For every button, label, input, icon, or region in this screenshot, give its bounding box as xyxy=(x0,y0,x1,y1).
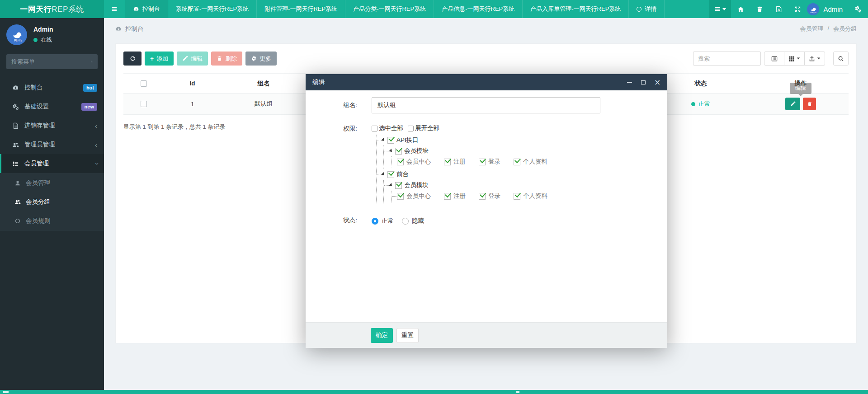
refresh-button[interactable] xyxy=(123,52,142,66)
avatar[interactable] xyxy=(6,24,27,45)
header-name[interactable]: 组名 xyxy=(221,80,307,88)
sidebar-item-inventory[interactable]: 进销存管理 ‹ xyxy=(0,116,104,135)
expand-all-checkbox[interactable] xyxy=(408,126,414,131)
refresh-icon xyxy=(130,56,136,61)
tab-attachment[interactable]: 附件管理-一网天行REP系统 xyxy=(256,0,345,18)
check-all-option[interactable]: 选中全部 xyxy=(372,124,403,132)
tree-node[interactable]: 会员模块 xyxy=(389,180,561,191)
minimize-icon[interactable] xyxy=(626,79,632,85)
sidebar-item-member-manage[interactable]: 会员管理 ‹ xyxy=(0,154,104,173)
view-button-group xyxy=(764,52,825,66)
tree-node[interactable]: 前台 xyxy=(382,169,561,180)
home-button[interactable] xyxy=(731,0,750,18)
select-all-checkbox[interactable] xyxy=(141,80,147,87)
reset-button[interactable]: 重置 xyxy=(396,328,419,343)
table-search-input[interactable] xyxy=(693,52,761,66)
add-button[interactable]: +添加 xyxy=(145,52,174,66)
status-option-hidden[interactable]: 隐藏 xyxy=(402,217,424,225)
breadcrumb-current: 会员分组 xyxy=(833,25,857,33)
settings-button[interactable] xyxy=(848,0,868,18)
cell-name: 默认组 xyxy=(221,100,307,108)
tree-checkbox[interactable] xyxy=(444,159,451,165)
list-alt-icon xyxy=(771,56,778,62)
sidebar: Admin 在线 控制台 hot 基础设置 new 进销存管理 ‹ 管理员管理 … xyxy=(0,18,104,394)
detail-view-button[interactable] xyxy=(764,52,784,66)
header-id[interactable]: Id xyxy=(164,80,221,87)
check-all-checkbox[interactable] xyxy=(372,126,377,131)
tab-product-inbound[interactable]: 产品入库单管理-一网天行REP系统 xyxy=(522,0,628,18)
expand-all-option[interactable]: 展开全部 xyxy=(408,124,439,132)
breadcrumb-parent[interactable]: 会员管理 xyxy=(800,25,823,33)
radio-checked-icon[interactable] xyxy=(372,218,378,225)
tree-node[interactable]: 会员模块 xyxy=(389,145,561,156)
tree-leaf[interactable]: 注册 xyxy=(444,158,466,166)
tabs-dropdown-button[interactable] xyxy=(709,0,731,18)
ok-button[interactable]: 确定 xyxy=(371,328,393,343)
tree-checkbox[interactable] xyxy=(395,182,402,189)
sidebar-subitem-member-group[interactable]: 会员分组 xyxy=(0,192,104,211)
sidebar-item-base-settings[interactable]: 基础设置 new xyxy=(0,97,104,116)
dashboard-icon xyxy=(115,26,122,32)
tree-checkbox[interactable] xyxy=(479,193,486,200)
tab-product-category[interactable]: 产品分类-一网天行REP系统 xyxy=(345,0,434,18)
sidebar-item-admin-manage[interactable]: 管理员管理 ‹ xyxy=(0,135,104,154)
row-delete-button[interactable] xyxy=(803,98,816,110)
delete-button[interactable]: 删除 xyxy=(211,52,242,66)
tree-leaf[interactable]: 个人资料 xyxy=(514,158,547,166)
sidebar-toggle-button[interactable] xyxy=(104,0,125,18)
menu-search-input[interactable] xyxy=(11,58,91,65)
search-icon xyxy=(838,56,844,62)
group-name-input[interactable] xyxy=(372,97,600,113)
more-button[interactable]: 更多 xyxy=(245,52,277,66)
tab-system-config[interactable]: 系统配置-一网天行REP系统 xyxy=(168,0,256,18)
clear-cache-button[interactable] xyxy=(750,0,769,18)
tree-leaf[interactable]: 个人资料 xyxy=(514,192,547,200)
tree-checkbox[interactable] xyxy=(397,193,404,200)
maximize-icon[interactable] xyxy=(640,79,646,85)
brand-bold: 一网天行 xyxy=(20,4,52,14)
tree-leaf[interactable]: 会员中心 xyxy=(397,158,431,166)
row-checkbox[interactable] xyxy=(141,101,147,107)
columns-button[interactable] xyxy=(784,52,805,66)
navbar-avatar[interactable] xyxy=(807,3,819,15)
tree-collapse-icon[interactable] xyxy=(381,172,386,177)
tree-node[interactable]: API接口 xyxy=(382,135,561,145)
tree-checkbox[interactable] xyxy=(444,193,451,200)
tree-checkbox[interactable] xyxy=(397,159,404,165)
tab-dashboard[interactable]: 控制台 xyxy=(125,0,168,18)
tree-collapse-icon[interactable] xyxy=(389,149,393,153)
sidebar-subitem-member[interactable]: 会员管理 xyxy=(0,174,104,192)
app-logo[interactable]: 一网天行REP系统 xyxy=(0,0,104,18)
expand-icon xyxy=(794,6,801,13)
tree-checkbox[interactable] xyxy=(395,148,402,155)
sidebar-username: Admin xyxy=(33,26,53,33)
row-edit-button[interactable] xyxy=(785,98,800,110)
fullscreen-button[interactable] xyxy=(788,0,807,18)
tree-checkbox[interactable] xyxy=(514,193,520,200)
tree-checkbox[interactable] xyxy=(514,159,520,165)
tree-checkbox[interactable] xyxy=(479,159,486,165)
edit-button[interactable]: 编辑 xyxy=(177,52,208,66)
tree-leaf[interactable]: 会员中心 xyxy=(397,192,431,200)
export-button[interactable] xyxy=(805,52,825,66)
tree-collapse-icon[interactable] xyxy=(389,183,393,188)
sidebar-item-dashboard[interactable]: 控制台 hot xyxy=(0,78,104,97)
language-button[interactable] xyxy=(769,0,788,18)
tree-leaf[interactable]: 登录 xyxy=(479,192,500,200)
tree-collapse-icon[interactable] xyxy=(381,138,386,142)
tab-product-info[interactable]: 产品信息-一网天行REP系统 xyxy=(434,0,522,18)
close-icon[interactable]: × xyxy=(654,79,660,85)
status-option-normal[interactable]: 正常 xyxy=(372,217,394,225)
tree-leaf[interactable]: 注册 xyxy=(444,192,466,200)
tree-checkbox[interactable] xyxy=(387,171,394,178)
open-tabs: 控制台 系统配置-一网天行REP系统 附件管理-一网天行REP系统 产品分类-一… xyxy=(125,0,665,18)
tree-checkbox[interactable] xyxy=(387,137,394,144)
search-button[interactable] xyxy=(833,52,849,66)
radio-unchecked-icon[interactable] xyxy=(402,218,409,225)
sidebar-subitem-member-rule[interactable]: 会员规则 xyxy=(0,211,104,230)
tree-leaf[interactable]: 登录 xyxy=(479,158,500,166)
dialog-titlebar[interactable]: 编辑 × xyxy=(306,74,667,90)
tab-detail[interactable]: 详情 xyxy=(628,0,665,18)
permissions-label: 权限: xyxy=(306,124,372,203)
navbar-username[interactable]: Admin xyxy=(823,5,843,13)
